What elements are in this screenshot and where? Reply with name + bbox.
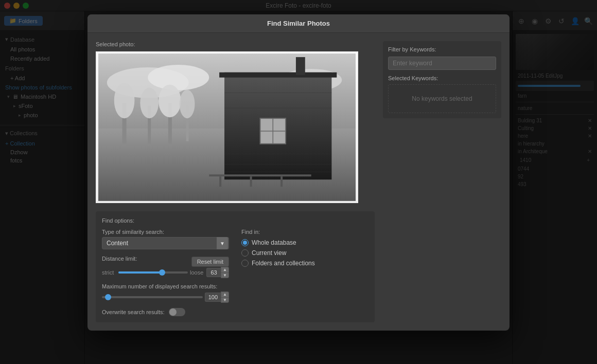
find-options-right: Find in: Whole database — [241, 229, 368, 316]
svg-rect-28 — [280, 176, 283, 187]
distance-wrapper: Distance limit: Reset limit strict — [102, 252, 229, 278]
keywords-section: Filter by Keywords: Selected Keywords: N… — [383, 41, 501, 118]
svg-point-13 — [180, 90, 195, 119]
max-results-wrapper: Maximum number of displayed search resul… — [102, 283, 229, 303]
svg-rect-16 — [296, 57, 305, 75]
photo-image — [97, 51, 357, 203]
radio-label-current: Current view — [252, 249, 286, 257]
loose-label: loose — [190, 269, 204, 276]
radio-folders-collections[interactable]: Folders and collections — [241, 260, 368, 267]
modal-left-column: Selected photo: — [96, 41, 375, 322]
svg-rect-26 — [219, 176, 221, 187]
max-results-value-box: 100 ▲ ▼ — [205, 292, 229, 303]
max-results-increment[interactable]: ▲ — [221, 292, 229, 297]
overwrite-label: Overwrite search results: — [102, 309, 165, 315]
radio-circle-current — [241, 249, 249, 257]
keyword-input[interactable] — [388, 57, 496, 70]
distance-stepper: ▲ ▼ — [221, 267, 229, 278]
distance-slider-thumb[interactable] — [159, 269, 165, 276]
find-in-label: Find in: — [241, 229, 368, 235]
toggle-thumb — [169, 308, 177, 316]
find-options-grid: Type of similarity search: Content ▼ Dis… — [102, 229, 368, 316]
reset-limit-button[interactable]: Reset limit — [191, 257, 229, 267]
modal-header: Find Similar Photos — [87, 14, 510, 33]
overwrite-toggle[interactable] — [169, 308, 185, 316]
overwrite-row: Overwrite search results: — [102, 308, 229, 316]
svg-point-9 — [140, 88, 159, 119]
selected-photo-container — [96, 51, 358, 203]
modal-overlay: Find Similar Photos Selected photo: — [0, 0, 597, 364]
radio-whole-database[interactable]: Whole database — [241, 239, 368, 246]
distance-value: 63 — [206, 268, 221, 277]
selected-photo-label: Selected photo: — [96, 41, 375, 47]
radio-dot-whole — [243, 241, 247, 245]
svg-point-3 — [148, 65, 209, 90]
type-select-wrapper: Content ▼ — [102, 237, 229, 249]
svg-rect-27 — [250, 176, 252, 187]
max-results-slider[interactable] — [102, 296, 203, 298]
keywords-title: Filter by Keywords: — [388, 46, 496, 52]
radio-label-folders: Folders and collections — [252, 260, 315, 267]
svg-point-7 — [114, 83, 135, 118]
svg-point-11 — [159, 85, 181, 117]
max-results-decrement[interactable]: ▼ — [221, 297, 229, 303]
find-options-left: Type of similarity search: Content ▼ Dis… — [102, 229, 229, 316]
max-results-controls: 100 ▲ ▼ — [102, 292, 229, 303]
modal-right-column: Filter by Keywords: Selected Keywords: N… — [383, 41, 501, 322]
distance-decrement[interactable]: ▼ — [221, 272, 229, 278]
svg-rect-25 — [209, 174, 311, 176]
max-results-value: 100 — [205, 293, 221, 302]
type-label: Type of similarity search: — [102, 229, 229, 235]
max-results-label: Maximum number of displayed search resul… — [102, 283, 229, 289]
find-options-title: Find options: — [102, 217, 368, 224]
type-select[interactable]: Content — [102, 237, 229, 249]
radio-current-view[interactable]: Current view — [241, 249, 368, 257]
distance-label: Distance limit: — [102, 256, 137, 262]
max-results-stepper: ▲ ▼ — [221, 292, 229, 303]
find-in-radio-group: Whole database Current view Folders and … — [241, 239, 368, 267]
modal-body: Selected photo: — [87, 33, 510, 331]
radio-circle-whole — [241, 239, 249, 246]
distance-slider[interactable] — [118, 271, 188, 274]
selected-keywords-label: Selected Keywords: — [388, 75, 496, 81]
no-keywords-text: No keywords selected — [388, 84, 496, 113]
modal-title: Find Similar Photos — [267, 20, 330, 27]
max-results-slider-thumb[interactable] — [105, 294, 111, 300]
distance-increment[interactable]: ▲ — [221, 267, 229, 272]
distance-value-box: 63 ▲ ▼ — [206, 267, 229, 278]
svg-marker-15 — [219, 72, 337, 78]
radio-circle-folders — [241, 260, 249, 267]
strict-label: strict — [102, 269, 116, 276]
find-similar-modal: Find Similar Photos Selected photo: — [87, 14, 510, 331]
find-options-section: Find options: Type of similarity search:… — [96, 211, 375, 322]
distance-controls: strict loose 63 ▲ — [102, 267, 229, 278]
radio-label-whole: Whole database — [252, 239, 296, 246]
